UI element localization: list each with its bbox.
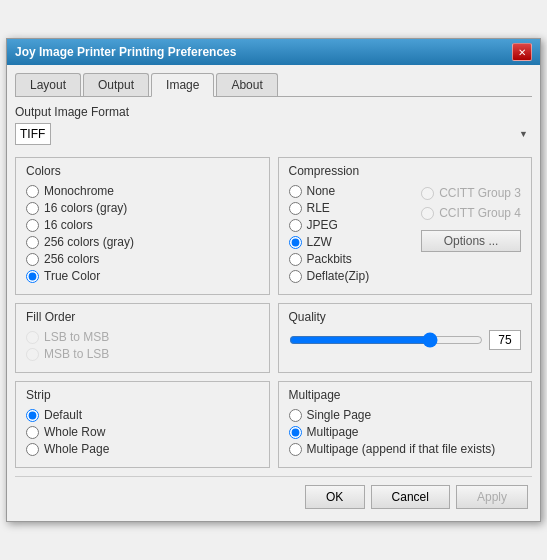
tab-about[interactable]: About — [216, 73, 277, 96]
strip-box: Strip Default Whole Row Whole Page — [15, 381, 270, 468]
format-row: TIFF — [15, 123, 532, 145]
comp-none: None — [289, 184, 414, 198]
format-select-wrapper: TIFF — [15, 123, 532, 145]
compression-box: Compression None RLE JPEG LZW — [278, 157, 533, 295]
color-truecolor: True Color — [26, 269, 259, 283]
color-16gray: 16 colors (gray) — [26, 201, 259, 215]
compression-left: None RLE JPEG LZW Packbits — [289, 184, 414, 286]
tab-layout[interactable]: Layout — [15, 73, 81, 96]
colors-title: Colors — [26, 164, 259, 178]
strip-title: Strip — [26, 388, 259, 402]
options-button[interactable]: Options ... — [421, 230, 521, 252]
window-title: Joy Image Printer Printing Preferences — [15, 45, 236, 59]
close-button[interactable]: ✕ — [512, 43, 532, 61]
strip-multipage-row: Strip Default Whole Row Whole Page Multi… — [15, 381, 532, 468]
compression-layout: None RLE JPEG LZW Packbits — [289, 184, 522, 286]
quality-slider[interactable] — [289, 333, 484, 347]
comp-ccitt3: CCITT Group 3 — [421, 186, 521, 200]
tab-image[interactable]: Image — [151, 73, 214, 97]
format-select[interactable]: TIFF — [15, 123, 51, 145]
comp-packbits: Packbits — [289, 252, 414, 266]
color-monochrome: Monochrome — [26, 184, 259, 198]
format-label: Output Image Format — [15, 105, 532, 119]
fill-order-title: Fill Order — [26, 310, 259, 324]
fillorder-quality-row: Fill Order LSB to MSB MSB to LSB Quality… — [15, 303, 532, 373]
strip-default: Default — [26, 408, 259, 422]
fill-order-box: Fill Order LSB to MSB MSB to LSB — [15, 303, 270, 373]
strip-wholepage: Whole Page — [26, 442, 259, 456]
colors-compression-row: Colors Monochrome 16 colors (gray) 16 co… — [15, 157, 532, 295]
tab-bar: Layout Output Image About — [15, 73, 532, 97]
title-bar-text: Joy Image Printer Printing Preferences — [15, 45, 236, 59]
dialog-content: Layout Output Image About Output Image F… — [7, 65, 540, 521]
color-256gray: 256 colors (gray) — [26, 235, 259, 249]
quality-value: 75 — [489, 330, 521, 350]
multipage-multi: Multipage — [289, 425, 522, 439]
fill-msb: MSB to LSB — [26, 347, 259, 361]
comp-rle: RLE — [289, 201, 414, 215]
compression-title: Compression — [289, 164, 522, 178]
button-row: OK Cancel Apply — [15, 476, 532, 513]
multipage-append: Multipage (append if that file exists) — [289, 442, 522, 456]
quality-title: Quality — [289, 310, 522, 324]
multipage-box: Multipage Single Page Multipage Multipag… — [278, 381, 533, 468]
comp-lzw: LZW — [289, 235, 414, 249]
title-bar: Joy Image Printer Printing Preferences ✕ — [7, 39, 540, 65]
main-window: Joy Image Printer Printing Preferences ✕… — [6, 38, 541, 522]
quality-box: Quality 75 — [278, 303, 533, 373]
color-256: 256 colors — [26, 252, 259, 266]
title-bar-controls: ✕ — [512, 43, 532, 61]
cancel-button[interactable]: Cancel — [371, 485, 450, 509]
comp-jpeg: JPEG — [289, 218, 414, 232]
multipage-single: Single Page — [289, 408, 522, 422]
fill-lsb: LSB to MSB — [26, 330, 259, 344]
strip-wholerow: Whole Row — [26, 425, 259, 439]
apply-button[interactable]: Apply — [456, 485, 528, 509]
ok-button[interactable]: OK — [305, 485, 365, 509]
color-16: 16 colors — [26, 218, 259, 232]
tab-output[interactable]: Output — [83, 73, 149, 96]
multipage-title: Multipage — [289, 388, 522, 402]
quality-row: 75 — [289, 330, 522, 350]
comp-deflate: Deflate(Zip) — [289, 269, 414, 283]
compression-right: CCITT Group 3 CCITT Group 4 Options ... — [421, 184, 521, 286]
comp-ccitt4: CCITT Group 4 — [421, 206, 521, 220]
colors-box: Colors Monochrome 16 colors (gray) 16 co… — [15, 157, 270, 295]
